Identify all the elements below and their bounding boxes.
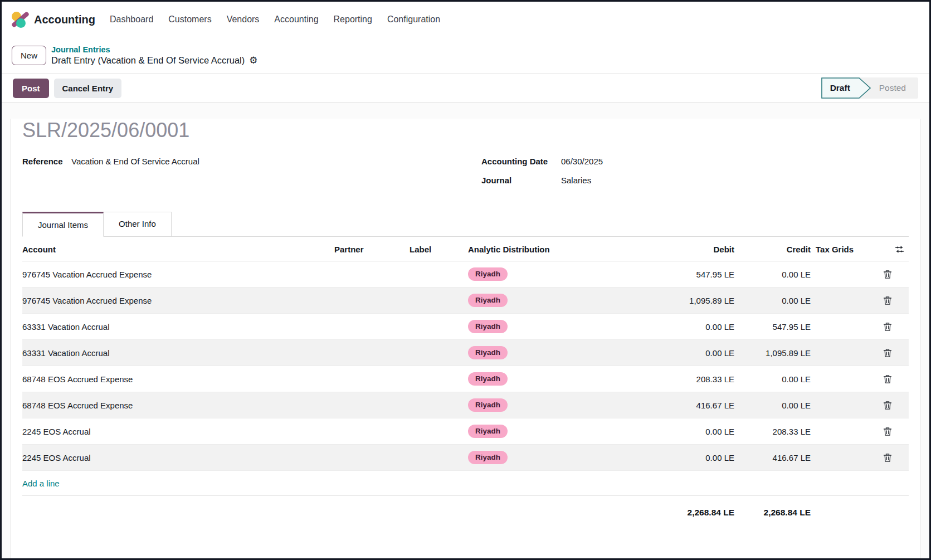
totals-row: 2,268.84 LE 2,268.84 LE bbox=[22, 496, 909, 518]
col-partner[interactable]: Partner bbox=[334, 245, 410, 254]
stage-stepper: Draft Posted bbox=[821, 77, 918, 99]
analytic-distribution-cell[interactable]: Riyadh bbox=[468, 451, 645, 464]
menu-vendors[interactable]: Vendors bbox=[227, 14, 260, 25]
delete-row-icon[interactable] bbox=[883, 453, 892, 462]
analytic-tag-badge[interactable]: Riyadh bbox=[468, 346, 508, 359]
analytic-tag-badge[interactable]: Riyadh bbox=[468, 267, 508, 281]
debit-cell[interactable]: 0.00 LE bbox=[645, 453, 734, 462]
menu-reporting[interactable]: Reporting bbox=[334, 14, 372, 25]
breadcrumb: Journal Entries Draft Entry (Vacation & … bbox=[51, 45, 258, 66]
account-cell[interactable]: 68748 EOS Accrued Expense bbox=[22, 401, 334, 410]
account-cell[interactable]: 2245 EOS Accrual bbox=[22, 427, 334, 436]
table-header-row: Account Partner Label Analytic Distribut… bbox=[22, 238, 909, 261]
delete-row-icon[interactable] bbox=[883, 348, 892, 358]
account-cell[interactable]: 63331 Vacation Accrual bbox=[22, 322, 334, 332]
accounting-date-field[interactable]: 06/30/2025 bbox=[561, 157, 603, 166]
reference-field[interactable]: Vacation & End Of Service Accrual bbox=[71, 157, 199, 166]
stage-draft-label: Draft bbox=[821, 77, 859, 99]
stage-draft[interactable]: Draft bbox=[821, 77, 871, 99]
col-debit[interactable]: Debit bbox=[645, 245, 734, 254]
debit-cell[interactable]: 208.33 LE bbox=[645, 374, 734, 384]
col-tax-grids[interactable]: Tax Grids bbox=[811, 245, 870, 254]
menu-accounting[interactable]: Accounting bbox=[274, 14, 318, 25]
col-label[interactable]: Label bbox=[410, 245, 468, 254]
journal-items-table: Account Partner Label Analytic Distribut… bbox=[22, 238, 909, 518]
table-row[interactable]: 2245 EOS Accrual Riyadh 0.00 LE 416.67 L… bbox=[22, 445, 909, 471]
table-row[interactable]: 976745 Vacation Accrued Expense Riyadh 1… bbox=[22, 288, 909, 314]
analytic-tag-badge[interactable]: Riyadh bbox=[468, 398, 508, 412]
analytic-distribution-cell[interactable]: Riyadh bbox=[468, 267, 645, 281]
table-row[interactable]: 63331 Vacation Accrual Riyadh 0.00 LE 54… bbox=[22, 314, 909, 340]
table-row[interactable]: 68748 EOS Accrued Expense Riyadh 416.67 … bbox=[22, 392, 909, 418]
analytic-tag-badge[interactable]: Riyadh bbox=[468, 294, 508, 307]
analytic-distribution-cell[interactable]: Riyadh bbox=[468, 425, 645, 438]
account-cell[interactable]: 63331 Vacation Accrual bbox=[22, 348, 334, 358]
app-name[interactable]: Accounting bbox=[34, 13, 95, 26]
credit-cell[interactable]: 547.95 LE bbox=[734, 322, 811, 332]
analytic-tag-badge[interactable]: Riyadh bbox=[468, 425, 508, 438]
debit-cell[interactable]: 0.00 LE bbox=[645, 427, 734, 436]
col-analytic-distribution[interactable]: Analytic Distribution bbox=[468, 245, 645, 254]
col-credit[interactable]: Credit bbox=[734, 245, 811, 254]
account-cell[interactable]: 2245 EOS Accrual bbox=[22, 453, 334, 462]
notebook-tabs: Journal Items Other Info bbox=[22, 211, 909, 237]
analytic-distribution-cell[interactable]: Riyadh bbox=[468, 372, 645, 386]
credit-cell[interactable]: 1,095.89 LE bbox=[734, 348, 811, 358]
form-fields: Reference Vacation & End Of Service Accr… bbox=[22, 157, 909, 194]
credit-cell[interactable]: 0.00 LE bbox=[734, 270, 811, 279]
analytic-distribution-cell[interactable]: Riyadh bbox=[468, 320, 645, 333]
odoo-logo-icon[interactable] bbox=[12, 11, 28, 28]
top-navbar: Accounting Dashboard Customers Vendors A… bbox=[2, 2, 929, 37]
debit-cell[interactable]: 1,095.89 LE bbox=[645, 296, 734, 305]
debit-cell[interactable]: 0.00 LE bbox=[645, 348, 734, 358]
post-button[interactable]: Post bbox=[13, 79, 49, 98]
delete-row-icon[interactable] bbox=[883, 427, 892, 436]
analytic-tag-badge[interactable]: Riyadh bbox=[468, 451, 508, 464]
analytic-tag-badge[interactable]: Riyadh bbox=[468, 372, 508, 386]
add-line-row: Add a line bbox=[22, 471, 909, 496]
delete-row-icon[interactable] bbox=[883, 322, 892, 332]
cancel-entry-button[interactable]: Cancel Entry bbox=[54, 79, 122, 98]
credit-cell[interactable]: 208.33 LE bbox=[734, 427, 811, 436]
main-menu: Dashboard Customers Vendors Accounting R… bbox=[110, 14, 440, 25]
menu-configuration[interactable]: Configuration bbox=[387, 14, 440, 25]
account-cell[interactable]: 976745 Vacation Accrued Expense bbox=[22, 270, 334, 279]
col-account[interactable]: Account bbox=[22, 245, 334, 254]
analytic-distribution-cell[interactable]: Riyadh bbox=[468, 346, 645, 359]
delete-row-icon[interactable] bbox=[883, 401, 892, 410]
menu-dashboard[interactable]: Dashboard bbox=[110, 14, 153, 25]
analytic-distribution-cell[interactable]: Riyadh bbox=[468, 294, 645, 307]
credit-cell[interactable]: 0.00 LE bbox=[734, 374, 811, 384]
table-row[interactable]: 63331 Vacation Accrual Riyadh 0.00 LE 1,… bbox=[22, 340, 909, 366]
add-a-line-link[interactable]: Add a line bbox=[22, 471, 60, 495]
delete-row-icon[interactable] bbox=[883, 374, 892, 384]
logo-teal-dot bbox=[16, 18, 26, 28]
table-row[interactable]: 68748 EOS Accrued Expense Riyadh 208.33 … bbox=[22, 366, 909, 392]
breadcrumb-current: Draft Entry (Vacation & End Of Service A… bbox=[51, 55, 245, 66]
tab-other-info[interactable]: Other Info bbox=[104, 212, 172, 237]
delete-row-icon[interactable] bbox=[883, 270, 892, 279]
breadcrumb-row: New Journal Entries Draft Entry (Vacatio… bbox=[2, 37, 929, 73]
table-row[interactable]: 976745 Vacation Accrued Expense Riyadh 5… bbox=[22, 261, 909, 288]
analytic-tag-badge[interactable]: Riyadh bbox=[468, 320, 508, 333]
journal-field[interactable]: Salaries bbox=[561, 176, 591, 185]
table-row[interactable]: 2245 EOS Accrual Riyadh 0.00 LE 208.33 L… bbox=[22, 418, 909, 445]
gear-icon[interactable]: ⚙ bbox=[249, 56, 257, 65]
optional-columns-icon[interactable] bbox=[895, 245, 904, 254]
credit-cell[interactable]: 0.00 LE bbox=[734, 401, 811, 410]
debit-cell[interactable]: 0.00 LE bbox=[645, 322, 734, 332]
menu-customers[interactable]: Customers bbox=[168, 14, 211, 25]
debit-cell[interactable]: 547.95 LE bbox=[645, 270, 734, 279]
stage-posted[interactable]: Posted bbox=[871, 83, 918, 93]
delete-row-icon[interactable] bbox=[883, 296, 892, 305]
account-cell[interactable]: 68748 EOS Accrued Expense bbox=[22, 374, 334, 384]
analytic-distribution-cell[interactable]: Riyadh bbox=[468, 398, 645, 412]
tab-journal-items[interactable]: Journal Items bbox=[22, 212, 104, 237]
entry-number-title[interactable]: SLR/2025/06/0001 bbox=[22, 119, 909, 142]
credit-cell[interactable]: 0.00 LE bbox=[734, 296, 811, 305]
breadcrumb-journal-entries[interactable]: Journal Entries bbox=[51, 45, 258, 55]
credit-cell[interactable]: 416.67 LE bbox=[734, 453, 811, 462]
debit-cell[interactable]: 416.67 LE bbox=[645, 401, 734, 410]
account-cell[interactable]: 976745 Vacation Accrued Expense bbox=[22, 296, 334, 305]
new-button[interactable]: New bbox=[12, 46, 46, 65]
